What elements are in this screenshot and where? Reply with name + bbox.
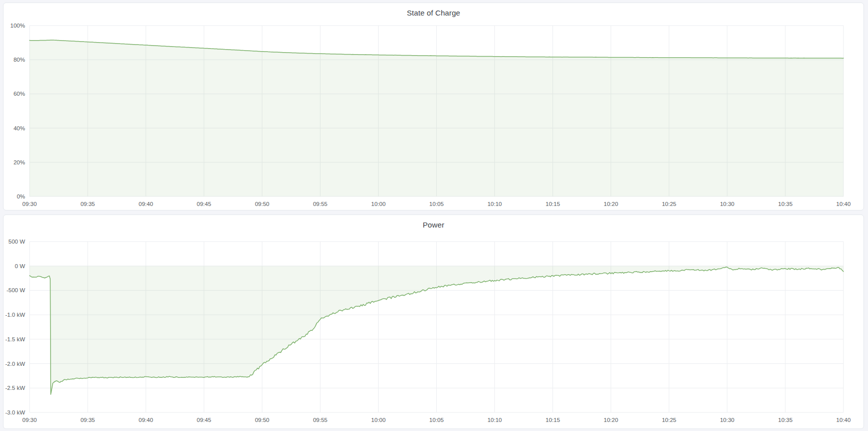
- x-tick-label: 09:30: [23, 201, 37, 207]
- x-tick-label: 10:40: [836, 417, 851, 423]
- x-tick-label: 09:45: [197, 417, 211, 423]
- dashboard: State of Charge 100%80%60%40%20%0%09:300…: [0, 0, 868, 431]
- x-tick-label: 10:05: [429, 417, 444, 423]
- power-panel: Power 500 W0 W-500 W-1.0 kW-1.5 kW-2.0 k…: [3, 214, 864, 429]
- x-tick-label: 10:20: [604, 201, 618, 207]
- y-tick-label: 100%: [11, 23, 25, 29]
- x-tick-label: 10:00: [371, 417, 386, 423]
- x-tick-label: 10:25: [662, 417, 676, 423]
- y-tick-label: 500 W: [9, 239, 25, 245]
- x-tick-label: 10:10: [487, 201, 502, 207]
- x-tick-label: 09:50: [255, 201, 269, 207]
- power-chart-svg[interactable]: 500 W0 W-500 W-1.0 kW-1.5 kW-2.0 kW-2.5 …: [4, 235, 863, 428]
- x-tick-label: 10:10: [487, 417, 502, 423]
- y-tick-label: 40%: [14, 125, 25, 131]
- y-tick-label: -500 W: [7, 287, 25, 293]
- y-tick-label: 20%: [14, 159, 25, 165]
- x-tick-label: 09:45: [197, 201, 211, 207]
- y-tick-label: 80%: [14, 57, 25, 63]
- x-tick-label: 09:55: [313, 417, 328, 423]
- soc-chart-svg[interactable]: 100%80%60%40%20%0%09:3009:3509:4009:4509…: [4, 23, 863, 210]
- x-tick-label: 10:00: [371, 201, 386, 207]
- x-tick-label: 10:35: [778, 417, 793, 423]
- x-tick-label: 09:30: [23, 417, 37, 423]
- series-fill: [30, 40, 843, 196]
- x-tick-label: 09:35: [81, 417, 95, 423]
- y-tick-label: 60%: [14, 91, 25, 97]
- y-tick-label: -2.5 kW: [5, 385, 25, 391]
- x-tick-label: 10:15: [545, 201, 560, 207]
- x-tick-label: 09:35: [81, 201, 95, 207]
- soc-panel: State of Charge 100%80%60%40%20%0%09:300…: [3, 3, 864, 210]
- x-tick-label: 10:15: [545, 417, 560, 423]
- x-tick-label: 10:05: [429, 201, 444, 207]
- soc-panel-title[interactable]: State of Charge: [4, 3, 863, 23]
- x-tick-label: 10:30: [720, 201, 734, 207]
- x-tick-label: 10:25: [662, 201, 676, 207]
- x-tick-label: 09:50: [255, 417, 269, 423]
- x-tick-label: 10:35: [778, 201, 793, 207]
- y-tick-label: 0 W: [15, 263, 26, 269]
- y-tick-label: -3.0 kW: [5, 409, 25, 415]
- power-panel-title[interactable]: Power: [4, 215, 863, 235]
- x-tick-label: 10:20: [604, 417, 618, 423]
- y-tick-label: 0%: [17, 193, 25, 199]
- x-tick-label: 09:40: [139, 417, 153, 423]
- soc-chart[interactable]: 100%80%60%40%20%0%09:3009:3509:4009:4509…: [4, 23, 863, 210]
- y-tick-label: -1.5 kW: [5, 336, 25, 342]
- power-chart[interactable]: 500 W0 W-500 W-1.0 kW-1.5 kW-2.0 kW-2.5 …: [4, 235, 863, 428]
- x-tick-label: 10:40: [836, 201, 851, 207]
- x-tick-label: 09:55: [313, 201, 328, 207]
- x-tick-label: 09:40: [139, 201, 153, 207]
- y-tick-label: -1.0 kW: [5, 312, 25, 318]
- y-tick-label: -2.0 kW: [5, 361, 25, 367]
- x-tick-label: 10:30: [720, 417, 734, 423]
